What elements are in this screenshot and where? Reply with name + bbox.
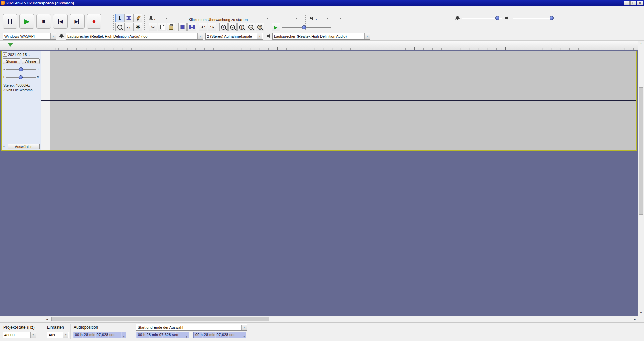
titlebar: 2021-09-15 02 Parasporos (Zikkaden) – □ … bbox=[0, 0, 644, 6]
toolbar-grip[interactable] bbox=[1, 14, 2, 30]
monitoring-hint[interactable]: Klicken um Überwachung zu starten bbox=[187, 18, 264, 22]
selection-mode-select[interactable]: Start und Ende der Auswahl bbox=[136, 324, 247, 331]
audio-host-select[interactable]: Windows WASAPI bbox=[3, 33, 56, 40]
slider-thumb[interactable] bbox=[302, 25, 306, 29]
scroll-left-arrow[interactable] bbox=[44, 316, 50, 322]
selection-tool-button[interactable] bbox=[115, 14, 124, 22]
time-shift-tool-button[interactable] bbox=[124, 23, 133, 31]
chevron-down-icon[interactable] bbox=[257, 33, 262, 39]
zoom-selection-button[interactable] bbox=[237, 23, 246, 31]
toolbar-grip[interactable] bbox=[112, 14, 114, 30]
record-button[interactable] bbox=[87, 14, 101, 29]
tools-toolbar bbox=[115, 14, 142, 31]
chevron-down-icon[interactable] bbox=[243, 334, 245, 338]
track-menu-chevron-down-icon[interactable] bbox=[28, 53, 30, 57]
toolbar-grip[interactable] bbox=[1, 325, 2, 338]
recording-channels-select[interactable]: 2 (Stereo) Aufnahmekanäle bbox=[205, 33, 263, 40]
project-rate-select[interactable]: 48000 bbox=[3, 332, 36, 338]
zoom-in-button[interactable] bbox=[219, 23, 228, 31]
chevron-down-icon[interactable] bbox=[63, 332, 68, 338]
playback-volume-slider[interactable] bbox=[513, 15, 553, 21]
play-button[interactable] bbox=[19, 14, 34, 29]
transport-toolbar bbox=[3, 14, 101, 29]
collapse-track-icon[interactable] bbox=[3, 145, 7, 148]
solo-button[interactable]: Alleine bbox=[22, 58, 40, 64]
chevron-down-icon[interactable] bbox=[30, 332, 36, 338]
close-button[interactable]: × bbox=[637, 1, 643, 5]
toolbar-grip[interactable] bbox=[144, 14, 146, 30]
waveform-left[interactable] bbox=[50, 51, 636, 100]
slider-thumb[interactable] bbox=[495, 16, 499, 20]
playback-meter[interactable] bbox=[309, 14, 452, 22]
playback-speed-slider[interactable] bbox=[282, 25, 331, 30]
silence-selection-button[interactable] bbox=[187, 23, 196, 31]
selection-mode-value: Start und Ende der Auswahl bbox=[136, 324, 247, 330]
recording-meter-scale: Klicken um Überwachung zu starten bbox=[159, 18, 304, 19]
timeline-ruler[interactable] bbox=[0, 41, 638, 50]
playback-device-select[interactable]: Lautsprecher (Realtek High Definition Au… bbox=[66, 33, 203, 40]
recording-device-select[interactable]: Lautsprecher (Realtek High Definition Au… bbox=[272, 33, 370, 40]
chevron-down-icon[interactable] bbox=[364, 33, 370, 39]
zoom-tool-button[interactable] bbox=[115, 23, 124, 31]
recording-device-value: Lautsprecher (Realtek High Definition Au… bbox=[273, 33, 370, 39]
timeline-pin-icon[interactable] bbox=[7, 43, 13, 47]
draw-tool-button[interactable] bbox=[133, 14, 142, 22]
zoom-out-button[interactable] bbox=[228, 23, 237, 31]
selection-end-display[interactable]: 00 h 28 min 07,628 sec bbox=[193, 332, 246, 338]
pause-button[interactable] bbox=[3, 14, 17, 29]
vertical-ruler[interactable] bbox=[41, 101, 50, 150]
redo-button[interactable] bbox=[208, 23, 216, 31]
slider-thumb[interactable] bbox=[19, 67, 23, 71]
horizontal-scrollbar-thumb[interactable] bbox=[51, 317, 269, 321]
skip-to-end-button[interactable] bbox=[70, 14, 85, 29]
snap-select[interactable]: Aus bbox=[47, 332, 69, 338]
project-rate-label: Projekt-Rate (Hz) bbox=[3, 325, 35, 330]
chevron-down-icon[interactable] bbox=[186, 334, 188, 338]
envelope-tool-button[interactable] bbox=[124, 14, 133, 22]
vertical-ruler[interactable] bbox=[41, 51, 50, 100]
chevron-down-icon[interactable] bbox=[123, 334, 125, 338]
zoom-toggle-button[interactable] bbox=[256, 23, 264, 31]
skip-to-start-button[interactable] bbox=[53, 14, 68, 29]
mute-button[interactable]: Stumm bbox=[3, 58, 20, 64]
trim-outside-selection-button[interactable] bbox=[178, 23, 187, 31]
vertical-scrollbar-thumb[interactable] bbox=[639, 87, 643, 215]
snap-label: Einrasten bbox=[47, 325, 64, 330]
chevron-down-icon[interactable] bbox=[154, 15, 156, 21]
maximize-button[interactable]: □ bbox=[630, 1, 636, 5]
copy-button[interactable] bbox=[158, 23, 166, 31]
chevron-down-icon[interactable] bbox=[241, 325, 247, 330]
slider-thumb[interactable] bbox=[550, 16, 554, 20]
horizontal-scrollbar[interactable] bbox=[0, 316, 644, 322]
zoom-project-button[interactable] bbox=[247, 23, 255, 31]
microphone-icon bbox=[60, 34, 63, 38]
play-at-speed-button[interactable] bbox=[272, 23, 280, 31]
track-close-button[interactable] bbox=[3, 52, 7, 57]
chevron-down-icon[interactable] bbox=[197, 33, 203, 39]
undo-button[interactable] bbox=[199, 23, 207, 31]
scroll-right-arrow[interactable] bbox=[632, 316, 638, 322]
play-icon bbox=[24, 18, 30, 25]
pause-icon bbox=[8, 19, 12, 24]
pan-slider[interactable] bbox=[6, 75, 36, 80]
scroll-up-arrow[interactable] bbox=[638, 41, 644, 46]
audio-position-display[interactable]: 00 h 28 min 07,628 sec bbox=[73, 332, 126, 338]
vertical-scrollbar[interactable] bbox=[638, 41, 644, 316]
stop-button[interactable] bbox=[36, 14, 51, 29]
chevron-down-icon[interactable] bbox=[315, 15, 317, 21]
gain-slider[interactable] bbox=[6, 67, 36, 72]
waveform-right[interactable] bbox=[50, 101, 636, 150]
paste-button[interactable] bbox=[167, 23, 175, 31]
cut-button[interactable] bbox=[149, 23, 157, 31]
toolbar-grip[interactable] bbox=[1, 33, 2, 39]
toolbar-grip[interactable] bbox=[453, 14, 454, 30]
track-name[interactable]: 2021-09-15 bbox=[8, 53, 27, 57]
recording-meter[interactable]: Klicken um Überwachung zu starten bbox=[149, 14, 304, 22]
selection-start-display[interactable]: 00 h 28 min 07,628 sec bbox=[136, 332, 189, 338]
recording-volume-slider[interactable] bbox=[462, 15, 502, 21]
chevron-down-icon[interactable] bbox=[50, 33, 56, 39]
minimize-button[interactable]: – bbox=[624, 1, 630, 5]
multi-tool-button[interactable] bbox=[133, 23, 142, 31]
scroll-down-arrow[interactable] bbox=[638, 310, 644, 316]
select-track-button[interactable]: Auswählen bbox=[8, 144, 40, 149]
